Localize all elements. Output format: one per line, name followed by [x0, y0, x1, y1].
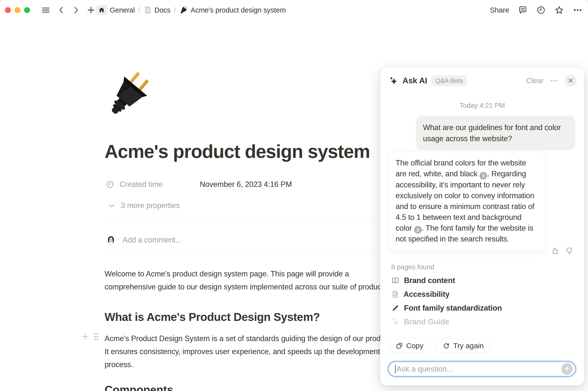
source-page-label: Brand Guide [404, 317, 449, 326]
conversation-timestamp: Today 4:21 PM [380, 101, 584, 109]
close-panel-icon[interactable]: ✕ [565, 75, 577, 87]
breadcrumb-label: General [110, 6, 135, 14]
add-comment-row[interactable]: Add a comment... [106, 235, 182, 245]
share-button[interactable]: Share [490, 6, 509, 14]
send-icon[interactable] [561, 363, 573, 375]
more-properties-label: 3 more properties [121, 201, 180, 210]
panel-more-options-icon[interactable] [550, 77, 558, 85]
retry-icon [443, 342, 450, 349]
try-again-button-label: Try again [453, 342, 484, 350]
drag-handle-icon[interactable] [94, 332, 99, 341]
ask-ai-title: Ask AI [402, 76, 427, 85]
clock-property-icon [106, 180, 114, 189]
add-comment-placeholder: Add a comment... [122, 236, 182, 244]
breadcrumb-item-current-page[interactable]: Acme's product design system [179, 6, 286, 14]
page-title: Acme's product design system [105, 141, 370, 162]
property-value: November 6, 2023 4:16 PM [200, 180, 292, 189]
source-pages-list: Brand content Accessibility Font family … [391, 274, 573, 329]
divider [105, 255, 397, 255]
property-created-time[interactable]: Created time November 6, 2023 4:16 PM [106, 180, 163, 189]
user-avatar [106, 235, 116, 245]
plug-page-icon [179, 6, 188, 14]
source-page-accessibility[interactable]: Accessibility [391, 288, 573, 301]
ai-sparkle-icon [389, 76, 399, 86]
breadcrumb-label: Acme's product design system [191, 6, 286, 14]
zoom-window-button[interactable] [24, 7, 30, 13]
sparkles-icon [391, 318, 400, 326]
breadcrumb-item-docs[interactable]: Docs [144, 6, 170, 14]
answer-feedback [551, 247, 574, 255]
favorite-star-icon[interactable] [555, 5, 564, 15]
breadcrumb: General / Docs / Acme's product design s… [96, 0, 286, 20]
close-window-button[interactable] [5, 7, 11, 13]
ask-question-input[interactable] [397, 365, 561, 374]
add-block-icon[interactable] [81, 332, 90, 341]
copy-button[interactable]: Copy [389, 339, 430, 353]
window-toolbar: General / Docs / Acme's product design s… [0, 0, 588, 20]
source-page-brand-content[interactable]: Brand content [391, 274, 573, 288]
minimize-window-button[interactable] [14, 7, 20, 13]
clear-button[interactable]: Clear [526, 77, 543, 85]
thumbs-down-icon[interactable] [565, 247, 574, 255]
ask-question-field[interactable] [388, 361, 576, 377]
heading-components: Components [105, 383, 173, 391]
thumbs-up-icon[interactable] [551, 247, 559, 255]
ai-answer-bubble: The official brand colors for the websit… [389, 151, 545, 251]
citation-1[interactable]: 1 [479, 172, 487, 180]
new-page-icon[interactable] [87, 6, 96, 14]
window-controls [5, 7, 30, 13]
breadcrumb-separator: / [137, 6, 141, 14]
answer-text: . Regarding accessibility, it's importan… [396, 169, 534, 232]
page-icon-plug[interactable] [106, 71, 152, 119]
sidebar-toggle-icon[interactable] [41, 5, 51, 15]
intro-paragraph: Welcome to Acme's product design system … [105, 267, 397, 293]
answer-actions: Copy Try again [389, 339, 490, 353]
comments-icon[interactable] [518, 5, 527, 15]
ask-ai-header: Ask AI Q&A Beta Clear ✕ [389, 74, 577, 87]
book-icon [391, 276, 400, 285]
more-properties-toggle[interactable]: 3 more properties [108, 201, 180, 210]
user-question-bubble: What are our guidelines for font and col… [416, 116, 575, 150]
source-page-brand-guide[interactable]: Brand Guide [391, 315, 573, 329]
breadcrumb-label: Docs [154, 6, 170, 14]
citation-2[interactable]: 2 [414, 226, 422, 234]
block-handles [81, 332, 99, 341]
document-icon [391, 291, 399, 298]
source-page-label: Brand content [404, 276, 455, 285]
breadcrumb-item-general[interactable]: General [96, 5, 135, 15]
source-page-font-family[interactable]: Font family standardization [391, 301, 573, 315]
try-again-button[interactable]: Try again [436, 339, 490, 353]
text-caret [395, 365, 396, 374]
ask-ai-panel: Ask AI Q&A Beta Clear ✕ Today 4:21 PM Wh… [380, 67, 584, 386]
more-options-icon[interactable] [573, 5, 583, 15]
pages-found-label: 8 pages found [391, 263, 434, 271]
docs-page-icon [144, 6, 152, 14]
home-icon [96, 5, 107, 15]
property-label: Created time [119, 180, 163, 189]
source-page-label: Font family standardization [404, 304, 502, 312]
copy-button-label: Copy [406, 342, 423, 350]
forward-icon[interactable] [72, 6, 80, 14]
copy-icon [396, 342, 403, 349]
pen-icon [391, 304, 400, 312]
back-icon[interactable] [57, 6, 65, 14]
paragraph-what-is: Acme's Product Design System is a set of… [105, 332, 397, 371]
source-page-label: Accessibility [403, 290, 450, 299]
breadcrumb-separator: / [173, 6, 177, 14]
notion-window: General / Docs / Acme's product design s… [0, 0, 588, 391]
chevron-down-icon [108, 202, 116, 209]
qa-beta-badge: Q&A Beta [432, 75, 467, 86]
history-clock-icon[interactable] [536, 5, 546, 15]
heading-what-is: What is Acme's Product Design System? [105, 310, 320, 324]
